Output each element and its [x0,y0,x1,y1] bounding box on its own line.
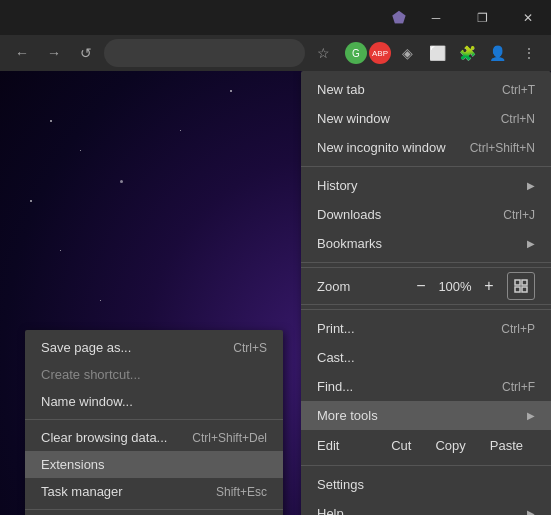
menu-item-new-window[interactable]: New window Ctrl+N [301,104,551,133]
ext-icon-puzzle[interactable]: 🧩 [453,39,481,67]
menu-item-new-tab[interactable]: New tab Ctrl+T [301,75,551,104]
menu-item-bookmarks[interactable]: Bookmarks ▶ [301,229,551,258]
ext-icon-4[interactable]: ⬜ [423,39,451,67]
ext-icon-3[interactable]: ◈ [393,39,421,67]
ext-icon-adblock[interactable]: ABP [369,42,391,64]
titlebar: ⬟ ─ ❐ ✕ [0,0,551,35]
menu-divider-2 [301,262,551,263]
edit-row: Edit Cut Copy Paste [301,430,551,461]
menu-item-help[interactable]: Help ▶ [301,499,551,515]
toolbar: ← → ↺ ☆ G ABP ◈ ⬜ 🧩 👤 ⋮ [0,35,551,71]
more-tools-divider-2 [25,509,283,510]
forward-button[interactable]: → [40,39,68,67]
maximize-button[interactable]: ❐ [459,0,505,35]
menu-item-more-tools[interactable]: More tools ▶ [301,401,551,430]
reload-button[interactable]: ↺ [72,39,100,67]
content-area: New tab Ctrl+T New window Ctrl+N New inc… [0,71,551,515]
svg-rect-0 [515,280,520,285]
address-bar[interactable] [104,39,305,67]
close-button[interactable]: ✕ [505,0,551,35]
svg-rect-2 [515,287,520,292]
pocket-icon[interactable]: ⬟ [385,4,413,32]
chrome-menu-button[interactable]: ⋮ [515,39,543,67]
zoom-plus-button[interactable]: + [475,272,503,300]
ext-icon-profile[interactable]: 👤 [483,39,511,67]
chrome-menu: New tab Ctrl+T New window Ctrl+N New inc… [301,71,551,515]
menu-divider-3 [301,309,551,310]
more-tools-divider-1 [25,419,283,420]
zoom-fullscreen-button[interactable] [507,272,535,300]
menu-item-history[interactable]: History ▶ [301,171,551,200]
paste-button[interactable]: Paste [478,434,535,457]
menu-item-clear-browsing[interactable]: Clear browsing data... Ctrl+Shift+Del [25,424,283,451]
minimize-button[interactable]: ─ [413,0,459,35]
back-button[interactable]: ← [8,39,36,67]
menu-item-extensions[interactable]: Extensions [25,451,283,478]
menu-item-name-window[interactable]: Name window... [25,388,283,415]
menu-item-new-incognito[interactable]: New incognito window Ctrl+Shift+N [301,133,551,162]
ext-icon-1[interactable]: G [345,42,367,64]
menu-item-print[interactable]: Print... Ctrl+P [301,314,551,343]
svg-rect-1 [522,280,527,285]
menu-divider-1 [301,166,551,167]
menu-divider-4 [301,465,551,466]
zoom-minus-button[interactable]: − [407,272,435,300]
copy-button[interactable]: Copy [423,434,477,457]
menu-item-create-shortcut[interactable]: Create shortcut... [25,361,283,388]
bookmark-button[interactable]: ☆ [309,39,337,67]
extension-icons: G ABP ◈ ⬜ 🧩 👤 [345,39,511,67]
menu-item-save-page[interactable]: Save page as... Ctrl+S [25,334,283,361]
zoom-row: Zoom − 100% + [301,267,551,305]
menu-item-downloads[interactable]: Downloads Ctrl+J [301,200,551,229]
cut-button[interactable]: Cut [379,434,423,457]
menu-item-settings[interactable]: Settings [301,470,551,499]
menu-item-task-manager[interactable]: Task manager Shift+Esc [25,478,283,505]
svg-rect-3 [522,287,527,292]
menu-item-cast[interactable]: Cast... [301,343,551,372]
more-tools-menu: Save page as... Ctrl+S Create shortcut..… [25,330,283,515]
menu-item-find[interactable]: Find... Ctrl+F [301,372,551,401]
